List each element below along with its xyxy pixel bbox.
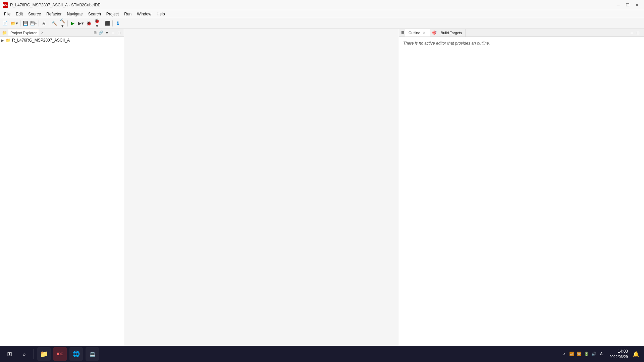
title-bar: IDE R_L476RG_MSP2807_ASCII_A - STM32Cube… (0, 0, 644, 10)
save-all-button[interactable]: 💾+ (30, 20, 37, 27)
save-button[interactable]: 💾 (22, 20, 29, 27)
taskbar-right: ∧ 📶 🛜 🔋 🔊 A 14:03 2022/06/29 🔔 (559, 349, 641, 359)
outline-tab-label: Outline (409, 31, 420, 35)
menu-project[interactable]: Project (104, 11, 121, 17)
sidebar: 📁 Project Explorer ✕ ⊟ 🔗 ▼ ─ □ ▶ 📁 R_L47… (0, 29, 124, 350)
toolbar-sep-2 (39, 20, 39, 26)
outline-tab[interactable]: Outline ✕ (405, 29, 430, 37)
show-hidden-btn[interactable]: ∧ (562, 351, 567, 357)
project-root-item[interactable]: ▶ 📁 R_L476RG_MSP2807_ASCII_A (0, 37, 124, 44)
ide-icon: 💻 (90, 351, 95, 357)
minimize-panel-btn[interactable]: ─ (110, 30, 116, 36)
clock-time: 14:03 (609, 349, 628, 354)
notification-button[interactable]: 🔔 (631, 349, 641, 359)
debug-button[interactable]: 🐞 (85, 20, 93, 27)
outline-close[interactable]: ✕ (422, 31, 426, 35)
collapse-all-btn[interactable]: ⊟ (92, 30, 98, 36)
project-name: R_L476RG_MSP2807_ASCII_A (12, 38, 70, 43)
outline-minimize-btn[interactable]: ─ (629, 30, 635, 36)
editor-area (124, 29, 399, 350)
no-editor-message: There is no active editor that provides … (399, 37, 644, 50)
menu-file[interactable]: File (1, 11, 13, 17)
build-button[interactable]: 🔨 (51, 20, 58, 27)
print-button[interactable]: 🖨 (40, 20, 48, 27)
new-button[interactable]: 📄 (1, 20, 9, 27)
project-explorer-close[interactable]: ✕ (40, 31, 45, 35)
debug-dropdown[interactable]: 🐞▾ (93, 20, 101, 27)
project-explorer-icon: 📁 (2, 31, 7, 35)
panel-controls: ⊟ 🔗 ▼ ─ □ (92, 30, 122, 36)
menu-edit[interactable]: Edit (13, 11, 25, 17)
open-dropdown[interactable]: 📂▾ (9, 20, 19, 27)
battery-icon[interactable]: 🔋 (584, 351, 589, 357)
outline-panel-header: ☰ Outline ✕ 🎯 Build Targets ─ □ (399, 29, 644, 37)
edge-icon: 🌐 (72, 350, 80, 358)
tree-expand-arrow: ▶ (1, 39, 5, 42)
menu-navigate[interactable]: Navigate (64, 11, 85, 17)
filter-btn[interactable]: ▼ (104, 30, 110, 36)
maximize-panel-btn[interactable]: □ (116, 30, 122, 36)
system-tray: ∧ 📶 🛜 🔋 🔊 A (559, 351, 607, 357)
toolbar-sep-6 (112, 20, 113, 26)
taskbar-search[interactable]: ⌕ (17, 347, 31, 361)
project-explorer-tab[interactable]: Project Explorer (8, 30, 39, 36)
network-icon[interactable]: 📶 (569, 351, 575, 357)
clock[interactable]: 14:03 2022/06/29 (609, 349, 628, 359)
taskbar-ide[interactable]: 💻 (86, 347, 99, 361)
project-folder-icon: 📁 (5, 38, 11, 43)
toolbar-sep-4 (67, 20, 68, 26)
minimize-button[interactable]: ─ (614, 2, 623, 8)
menu-window[interactable]: Window (134, 11, 154, 17)
taskbar-file-explorer[interactable]: 📁 (37, 347, 51, 361)
run-button[interactable]: ▶ (69, 20, 76, 27)
toolbar-sep-5 (102, 20, 102, 26)
taskbar-sep (34, 349, 34, 359)
toolbar-sep-1 (20, 20, 20, 26)
volume-icon[interactable]: 🔊 (591, 351, 597, 357)
window-controls: ─ ❐ ✕ (614, 2, 641, 8)
build-dropdown[interactable]: 🔨▾ (59, 20, 66, 27)
toolbar: 📄 📂▾ 💾 💾+ 🖨 🔨 🔨▾ ▶ ▶▾ 🐞 🐞▾ ⬛ ℹ (0, 18, 644, 29)
project-tree: ▶ 📁 R_L476RG_MSP2807_ASCII_A (0, 37, 124, 44)
menu-refactor[interactable]: Refactor (44, 11, 64, 17)
app-icon: IDE (3, 2, 8, 8)
help-button[interactable]: ℹ (114, 20, 121, 27)
main-layout: 📁 Project Explorer ✕ ⊟ 🔗 ▼ ─ □ ▶ 📁 R_L47… (0, 29, 644, 350)
restore-button[interactable]: ❐ (623, 2, 632, 8)
outline-icon: ☰ (401, 31, 405, 35)
run-dropdown[interactable]: ▶▾ (77, 20, 85, 27)
build-targets-icon: 🎯 (432, 31, 437, 35)
wifi-icon[interactable]: 🛜 (577, 351, 582, 357)
link-editor-btn[interactable]: 🔗 (98, 30, 104, 36)
menu-search[interactable]: Search (86, 11, 104, 17)
menu-run[interactable]: Run (121, 11, 134, 17)
project-explorer-header: 📁 Project Explorer ✕ ⊟ 🔗 ▼ ─ □ (0, 29, 124, 37)
stop-button[interactable]: ⬛ (104, 20, 111, 27)
window-title: R_L476RG_MSP2807_ASCII_A - STM32CubeIDE (10, 3, 614, 7)
close-button[interactable]: ✕ (633, 2, 641, 8)
start-button[interactable]: ⊞ (3, 347, 16, 361)
outline-maximize-btn[interactable]: □ (635, 30, 641, 36)
file-explorer-icon: 📁 (40, 350, 48, 358)
font-icon[interactable]: A (599, 351, 604, 357)
taskbar-stm-app[interactable]: IDE (53, 347, 67, 361)
toolbar-sep-3 (49, 20, 49, 26)
outline-panel-controls: ─ □ (629, 30, 642, 36)
build-targets-tab-label: Build Targets (441, 31, 462, 35)
build-targets-tab[interactable]: Build Targets (437, 29, 466, 37)
menu-source[interactable]: Source (25, 11, 44, 17)
taskbar: ⊞ ⌕ 📁 IDE 🌐 💻 ∧ 📶 🛜 🔋 🔊 A 14:03 2022/06/… (0, 346, 644, 362)
stm-app-icon: IDE (57, 352, 63, 356)
clock-date: 2022/06/29 (609, 354, 628, 359)
menu-bar: File Edit Source Refactor Navigate Searc… (0, 10, 644, 18)
taskbar-edge[interactable]: 🌐 (69, 347, 83, 361)
right-panel: ☰ Outline ✕ 🎯 Build Targets ─ □ There is… (399, 29, 644, 350)
menu-help[interactable]: Help (154, 11, 168, 17)
